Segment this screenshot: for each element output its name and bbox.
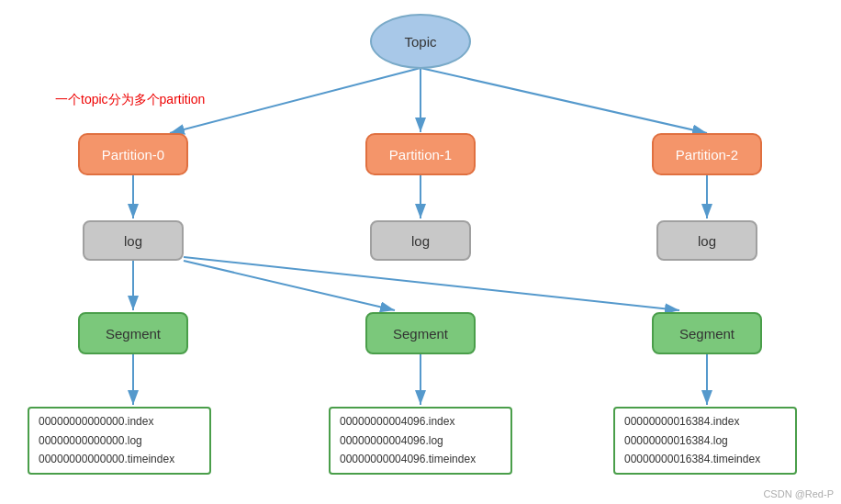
- log-1-label: log: [411, 233, 430, 249]
- files-1-line3: 00000000004096.timeindex: [340, 450, 476, 468]
- svg-line-9: [184, 257, 679, 310]
- log-1-node: log: [370, 220, 471, 261]
- files-1-line1: 00000000004096.index: [340, 412, 454, 431]
- segment-0-label: Segment: [106, 326, 161, 342]
- log-0-node: log: [83, 220, 184, 261]
- segment-2-node: Segment: [652, 312, 762, 354]
- partition-0-label: Partition-0: [102, 147, 164, 162]
- partition-2-label: Partition-2: [676, 147, 738, 162]
- topic-label: Topic: [404, 34, 436, 50]
- segment-1-node: Segment: [365, 312, 476, 354]
- files-0-line1: 00000000000000.index: [39, 412, 153, 431]
- annotation-text: 一个topic分为多个partition: [55, 92, 205, 108]
- files-2-line1: 00000000016384.index: [624, 412, 739, 431]
- log-2-node: log: [656, 220, 757, 261]
- topic-node: Topic: [370, 14, 471, 69]
- partition-1-node: Partition-1: [365, 133, 476, 175]
- partition-2-node: Partition-2: [652, 133, 762, 175]
- files-1-line2: 00000000004096.log: [340, 431, 443, 450]
- files-2-line2: 00000000016384.log: [624, 431, 728, 450]
- files-2-node: 00000000016384.index 00000000016384.log …: [613, 407, 797, 475]
- svg-line-1: [170, 68, 420, 133]
- log-2-label: log: [698, 233, 716, 249]
- partition-1-label: Partition-1: [389, 147, 452, 162]
- partition-0-node: Partition-0: [78, 133, 188, 175]
- files-1-node: 00000000004096.index 00000000004096.log …: [329, 407, 512, 475]
- svg-line-8: [184, 261, 395, 310]
- files-2-line3: 00000000016384.timeindex: [624, 450, 760, 468]
- segment-2-label: Segment: [679, 326, 734, 342]
- files-0-line2: 00000000000000.log: [39, 431, 142, 450]
- watermark: CSDN @Red-P: [763, 488, 834, 499]
- segment-0-node: Segment: [78, 312, 188, 354]
- segment-1-label: Segment: [393, 326, 448, 342]
- svg-line-3: [420, 68, 707, 133]
- files-0-node: 00000000000000.index 00000000000000.log …: [28, 407, 211, 475]
- files-0-line3: 00000000000000.timeindex: [39, 450, 174, 468]
- log-0-label: log: [124, 233, 142, 249]
- diagram: 一个topic分为多个partition Topic Partition-0 P…: [0, 0, 841, 504]
